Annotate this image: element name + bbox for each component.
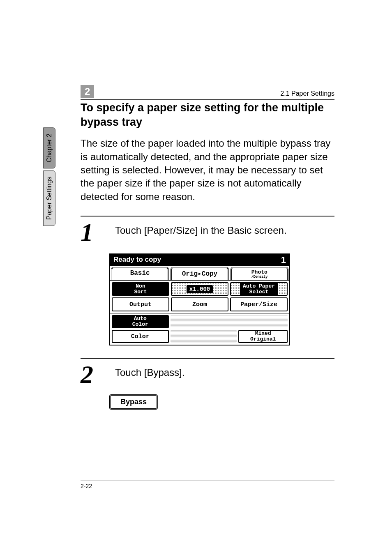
hatched-area-2 bbox=[171, 330, 237, 343]
zoom-value: x1.000 bbox=[187, 285, 213, 293]
section-heading: To specify a paper size setting for the … bbox=[81, 101, 334, 129]
page-number: 2-22 bbox=[81, 481, 334, 489]
btn-mixed-original[interactable]: Mixed Original bbox=[238, 330, 288, 343]
screen-status-bar: Ready to copy 1 bbox=[110, 254, 289, 266]
btn-nonsort[interactable]: Non Sort bbox=[112, 282, 169, 296]
chapter-badge: 2 bbox=[81, 85, 94, 98]
step-text: Touch [Bypass]. bbox=[115, 364, 184, 378]
header-title: 2.1 Paper Settings bbox=[280, 90, 334, 98]
status-number: 1 bbox=[281, 256, 286, 265]
step-2: 2 Touch [Bypass]. bbox=[81, 364, 334, 385]
btn-autocolor[interactable]: Auto Color bbox=[112, 315, 169, 328]
step-number: 1 bbox=[81, 221, 103, 243]
bypass-button[interactable]: Bypass bbox=[109, 394, 158, 410]
auto-paper-wrap: Auto Paper Select bbox=[230, 282, 288, 296]
tab-photo-density[interactable]: Photo /Density bbox=[231, 267, 288, 280]
tab-density-label: /Density bbox=[232, 275, 287, 279]
divider bbox=[81, 216, 334, 216]
btn-color[interactable]: Color bbox=[112, 330, 169, 343]
lcd-screen-mock: Ready to copy 1 Basic Orig▸Copy Photo /D… bbox=[109, 253, 290, 345]
auto-paper-label: Auto Paper Select bbox=[240, 283, 278, 295]
intro-paragraph: The size of the paper loaded into the mu… bbox=[81, 137, 334, 203]
tab-photo-label: Photo bbox=[232, 269, 287, 275]
btn-output[interactable]: Output bbox=[112, 297, 169, 311]
btn-paper-size[interactable]: Paper/Size bbox=[230, 297, 288, 311]
step-number: 2 bbox=[81, 364, 103, 385]
btn-zoom[interactable]: Zoom bbox=[171, 297, 228, 311]
page-header: 2 2.1 Paper Settings bbox=[81, 85, 334, 100]
step-text: Touch [Paper/Size] in the Basic screen. bbox=[115, 221, 287, 236]
status-text: Ready to copy bbox=[113, 256, 161, 265]
hatched-area bbox=[171, 315, 288, 328]
tab-origcopy[interactable]: Orig▸Copy bbox=[171, 267, 228, 280]
divider bbox=[81, 358, 334, 359]
tab-basic[interactable]: Basic bbox=[111, 267, 169, 280]
step-1: 1 Touch [Paper/Size] in the Basic screen… bbox=[81, 221, 334, 243]
side-tab-section: Paper Settings bbox=[43, 170, 55, 226]
side-tab-chapter: Chapter 2 bbox=[43, 127, 55, 168]
zoom-value-wrap: x1.000 bbox=[171, 282, 228, 296]
